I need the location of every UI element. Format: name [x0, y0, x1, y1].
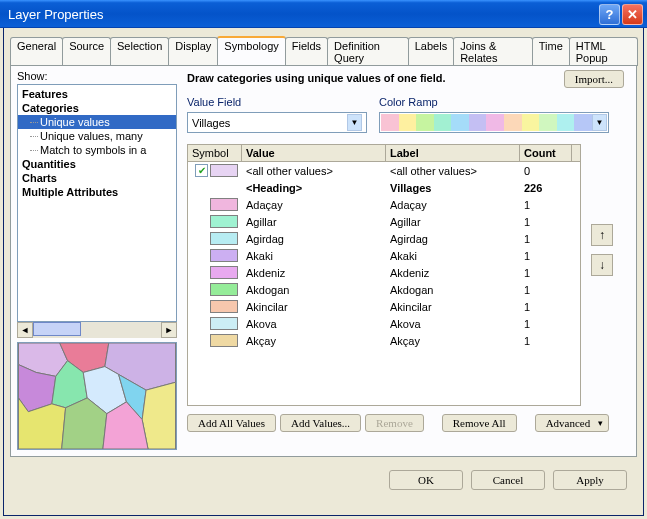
symbol-swatch[interactable] [210, 164, 238, 177]
tree-multiple-attributes[interactable]: Multiple Attributes [18, 185, 176, 199]
dropdown-arrow-icon[interactable]: ▼ [347, 114, 362, 131]
tree-charts[interactable]: Charts [18, 171, 176, 185]
value-field-value: Villages [192, 117, 230, 129]
symbol-swatch[interactable] [210, 249, 238, 262]
tab-time[interactable]: Time [532, 37, 570, 66]
scroll-thumb[interactable] [33, 322, 81, 336]
symbol-swatch[interactable] [210, 215, 238, 228]
table-row[interactable]: AkdoganAkdogan1 [188, 281, 580, 298]
table-row[interactable]: <Heading>Villages226 [188, 179, 580, 196]
remove-all-button[interactable]: Remove All [442, 414, 517, 432]
table-row[interactable]: AkincilarAkincilar1 [188, 298, 580, 315]
scroll-left-icon[interactable]: ◄ [17, 322, 33, 338]
tab-joins-relates[interactable]: Joins & Relates [453, 37, 533, 66]
cell-count: 1 [520, 335, 572, 347]
show-label: Show: [17, 70, 48, 82]
move-up-button[interactable]: ↑ [591, 224, 613, 246]
apply-button[interactable]: Apply [553, 470, 627, 490]
advanced-button[interactable]: Advanced [535, 414, 610, 432]
tab-fields[interactable]: Fields [285, 37, 328, 66]
cell-label: Villages [386, 182, 520, 194]
symbol-swatch[interactable] [210, 283, 238, 296]
cell-value: Akaki [242, 250, 386, 262]
symbol-grid[interactable]: Symbol Value Label Count ✔<all other val… [187, 144, 581, 406]
cell-count: 1 [520, 267, 572, 279]
cell-count: 0 [520, 165, 572, 177]
symbol-swatch[interactable] [210, 317, 238, 330]
tab-html-popup[interactable]: HTML Popup [569, 37, 638, 66]
table-row[interactable]: AkdenizAkdeniz1 [188, 264, 580, 281]
tree-quantities[interactable]: Quantities [18, 157, 176, 171]
col-label[interactable]: Label [386, 145, 520, 161]
cell-value: Akova [242, 318, 386, 330]
table-row[interactable]: AkçayAkçay1 [188, 332, 580, 349]
color-ramp-preview [381, 114, 592, 131]
tab-display[interactable]: Display [168, 37, 218, 66]
tree-unique-values-many[interactable]: Unique values, many [18, 129, 176, 143]
tree-hscrollbar[interactable]: ◄ ► [17, 322, 177, 338]
table-row[interactable]: AkakiAkaki1 [188, 247, 580, 264]
col-value[interactable]: Value [242, 145, 386, 161]
cell-value: <Heading> [242, 182, 386, 194]
add-values-button[interactable]: Add Values... [280, 414, 361, 432]
tree-features[interactable]: Features [18, 87, 176, 101]
tab-symbology[interactable]: Symbology [217, 36, 285, 65]
include-checkbox[interactable]: ✔ [195, 164, 208, 177]
move-down-button[interactable]: ↓ [591, 254, 613, 276]
symbol-swatch[interactable] [210, 300, 238, 313]
symbol-swatch[interactable] [210, 266, 238, 279]
window-title: Layer Properties [8, 7, 103, 22]
tab-selection[interactable]: Selection [110, 37, 169, 66]
cell-label: <all other values> [386, 165, 520, 177]
tab-definition-query[interactable]: Definition Query [327, 37, 409, 66]
cell-count: 1 [520, 233, 572, 245]
cell-value: Akdeniz [242, 267, 386, 279]
symbol-swatch[interactable] [210, 232, 238, 245]
tree-unique-values[interactable]: Unique values [18, 115, 176, 129]
table-row[interactable]: ✔<all other values><all other values>0 [188, 162, 580, 179]
tab-general[interactable]: General [10, 37, 63, 66]
scroll-right-icon[interactable]: ► [161, 322, 177, 338]
tree-match-symbols[interactable]: Match to symbols in a [18, 143, 176, 157]
value-field-select[interactable]: Villages ▼ [187, 112, 367, 133]
value-field-label: Value Field [187, 96, 241, 108]
dropdown-arrow-icon[interactable]: ▼ [592, 114, 607, 131]
col-count[interactable]: Count [520, 145, 572, 161]
show-tree[interactable]: Features Categories Unique values Unique… [17, 84, 177, 322]
cell-label: Akova [386, 318, 520, 330]
table-row[interactable]: AdaçayAdaçay1 [188, 196, 580, 213]
close-button[interactable]: ✕ [622, 4, 643, 25]
color-ramp-select[interactable]: ▼ [379, 112, 609, 133]
tab-labels[interactable]: Labels [408, 37, 454, 66]
col-symbol[interactable]: Symbol [188, 145, 242, 161]
table-row[interactable]: AgillarAgillar1 [188, 213, 580, 230]
cancel-button[interactable]: Cancel [471, 470, 545, 490]
arrow-up-icon: ↑ [599, 228, 605, 242]
cell-label: Agirdag [386, 233, 520, 245]
tab-panel-symbology: Show: Features Categories Unique values … [10, 65, 637, 457]
symbol-swatch[interactable] [210, 334, 238, 347]
tab-source[interactable]: Source [62, 37, 111, 66]
title-bar: Layer Properties ? ✕ [0, 0, 647, 28]
table-row[interactable]: AkovaAkova1 [188, 315, 580, 332]
import-button[interactable]: Import... [564, 70, 624, 88]
cell-label: Agillar [386, 216, 520, 228]
tab-strip: GeneralSourceSelectionDisplaySymbologyFi… [4, 28, 643, 65]
cell-count: 1 [520, 301, 572, 313]
cell-value: Agirdag [242, 233, 386, 245]
cell-count: 1 [520, 284, 572, 296]
symbol-swatch[interactable] [210, 198, 238, 211]
cell-value: Agillar [242, 216, 386, 228]
tree-categories[interactable]: Categories [18, 101, 176, 115]
cell-label: Akdogan [386, 284, 520, 296]
cell-label: Adaçay [386, 199, 520, 211]
color-ramp-label: Color Ramp [379, 96, 438, 108]
help-button[interactable]: ? [599, 4, 620, 25]
method-description: Draw categories using unique values of o… [187, 72, 446, 84]
cell-label: Akdeniz [386, 267, 520, 279]
ok-button[interactable]: OK [389, 470, 463, 490]
cell-value: Akdogan [242, 284, 386, 296]
table-row[interactable]: AgirdagAgirdag1 [188, 230, 580, 247]
add-all-values-button[interactable]: Add All Values [187, 414, 276, 432]
arrow-down-icon: ↓ [599, 258, 605, 272]
